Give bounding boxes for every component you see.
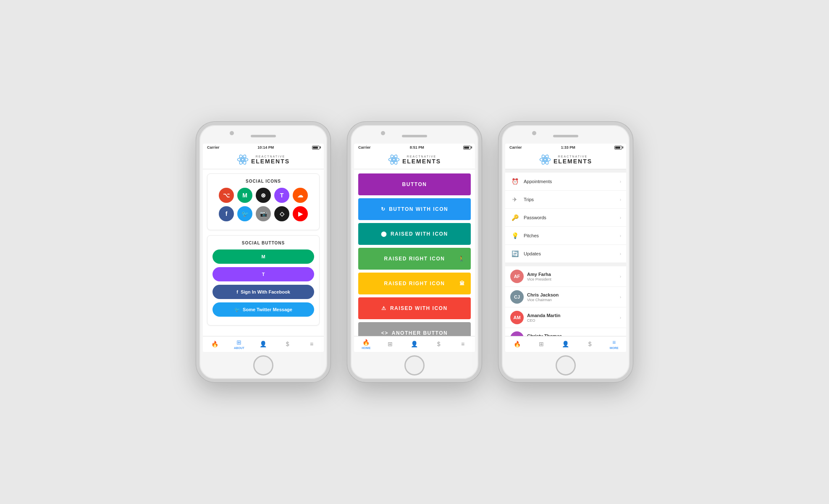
tab-about-1[interactable]: ⊞ ABOUT [227,339,252,349]
svg-point-4 [393,158,395,161]
tab-fire-icon-2: 🔥 [362,339,370,346]
codepen-icon[interactable]: ◇ [274,206,289,221]
tab-profile-3[interactable]: 👤 [554,341,578,348]
tab-more-label-3: MORE [610,346,619,349]
instagram-icon[interactable]: 📷 [256,206,271,221]
home-button-2[interactable] [404,355,425,375]
camera [230,131,234,135]
screen-content-1: SOCIAL ICONS ⌥ M ⊛ T ☁ f 🐦 📷 ◇ [203,169,324,336]
button-with-icon[interactable]: ↻ BUTTON WITH ICON [358,198,471,220]
tab-about-icon-2: ⊞ [388,341,393,347]
logo-svg-1 [237,154,249,165]
logo-top-2: REACTNATIVE [407,155,437,158]
menu-item-passwords[interactable]: 🔑 Passwords › [505,209,626,227]
home-button-1[interactable] [253,355,273,375]
app-header-2: REACTNATIVE ELEMENTS [354,151,475,169]
menu-item-appointments[interactable]: ⏰ Appointments › [505,173,626,191]
facebook-icon[interactable]: f [219,206,234,221]
raised-right-icon-2-symbol: 🏛 [459,281,465,286]
tab-money-1[interactable]: $ [275,341,300,348]
tab-home-2[interactable]: 🔥 HOME [354,339,378,349]
tab-more-1[interactable]: ≡ [299,341,324,348]
github-icon[interactable]: ⊛ [256,188,271,203]
tab-profile-1[interactable]: 👤 [251,341,275,348]
tab-more-3[interactable]: ≡ MORE [602,339,626,349]
logo-svg-3 [539,154,551,165]
svg-point-0 [241,158,244,161]
youtube-icon[interactable]: ▶ [293,206,308,221]
tab-home-1[interactable]: 🔥 [203,341,227,348]
contact-chris-chevron: › [620,295,621,299]
contacts-section-header [505,263,626,266]
avatar-amanda: AM [510,311,524,324]
carrier-1: Carrier [207,145,220,150]
raised-with-icon-2[interactable]: ⚠ RAISED WITH ICON [358,297,471,319]
menu-item-trips[interactable]: ✈ Trips › [505,191,626,209]
contact-amanda-chevron: › [620,315,621,320]
twitch-button[interactable]: T [212,267,314,281]
raised-with-icon[interactable]: ⬤ RAISED WITH ICON [358,223,471,245]
soundcloud-icon[interactable]: ☁ [293,188,308,203]
home-button-3[interactable] [556,355,576,375]
tab-money-3[interactable]: $ [578,341,602,348]
twitter-icon[interactable]: 🐦 [237,206,252,221]
battery-area-3 [614,146,622,150]
raised-right-icon-2[interactable]: RAISED RIGHT ICON 🏛 [358,273,471,294]
contact-christy[interactable]: CT Christy Thomas Lead Developer › [505,328,626,336]
status-bar-3: Carrier 1:33 PM [505,144,626,151]
avatar-chris: CJ [510,290,524,304]
social-icons-card: SOCIAL ICONS ⌥ M ⊛ T ☁ f 🐦 📷 ◇ [207,173,320,230]
logo-3: REACTNATIVE ELEMENTS [539,154,592,165]
contact-amanda[interactable]: AM Amanda Martin CEO › [505,307,626,328]
tab-more-2[interactable]: ≡ [451,341,475,348]
appointments-label: Appointments [524,179,620,184]
contact-name-amy: Amy Farha [527,272,620,277]
menu-item-pitches[interactable]: 💡 Pitches › [505,227,626,245]
icons-row-1: ⌥ M ⊛ T ☁ [212,188,314,203]
avatar-amy: AF [510,270,524,283]
avatar-christy: CT [510,331,524,336]
time-3: 1:33 PM [561,145,575,150]
twitch-btn-icon: T [262,272,265,277]
tab-more-icon-1: ≡ [310,341,313,347]
another-button[interactable]: <> ANOTHER BUTTON [358,322,471,336]
facebook-btn-icon: f [236,289,238,294]
button-with-icon-symbol: ↻ [381,206,386,212]
medium-button[interactable]: M [212,249,314,264]
phone-2-top [351,125,478,144]
camera-3 [532,131,536,135]
updates-chevron: › [620,252,621,256]
logo-2: REACTNATIVE ELEMENTS [388,154,441,165]
tab-bar-3: 🔥 ⊞ 👤 $ ≡ MORE [505,336,626,352]
medium-icon[interactable]: M [237,188,252,203]
tab-home-label-2: HOME [362,346,370,349]
twitter-button[interactable]: 🐦 Some Twitter Message [212,302,314,317]
tab-profile-icon-1: 👤 [260,341,267,347]
carrier-3: Carrier [509,145,522,150]
trips-chevron: › [620,197,621,202]
contact-info-amanda: Amanda Martin CEO [527,313,620,323]
twitch-icon[interactable]: T [274,188,289,203]
contact-role-amy: Vice President [527,277,620,281]
time-1: 10:14 PM [257,145,274,150]
facebook-signin-button[interactable]: f Sign In With Facebook [212,285,314,299]
tab-about-2[interactable]: ⊞ [378,341,403,348]
tab-money-2[interactable]: $ [427,341,451,348]
raised-right-icon-1[interactable]: RAISED RIGHT ICON 🚶 [358,248,471,270]
appointments-icon: ⏰ [510,177,519,186]
contact-amy-chevron: › [620,274,621,279]
raised-right-icon-1-symbol: 🚶 [458,256,465,262]
logo-bottom-1: ELEMENTS [251,158,290,165]
tab-about-3[interactable]: ⊞ [530,341,554,348]
menu-section-header [505,169,626,173]
tab-fire-icon-3: 🔥 [514,341,521,347]
tab-profile-2[interactable]: 👤 [402,341,427,348]
logo-top-1: REACTNATIVE [256,155,286,158]
logo-bottom-3: ELEMENTS [554,158,592,165]
contact-chris[interactable]: CJ Chris Jackson Vice Chairman › [505,287,626,307]
button-plain[interactable]: BUTTON [358,173,471,195]
tab-home-3[interactable]: 🔥 [505,341,530,348]
gitlab-icon[interactable]: ⌥ [219,188,234,203]
menu-item-updates[interactable]: 🔄 Updates › [505,245,626,263]
contact-amy[interactable]: AF Amy Farha Vice President › [505,266,626,287]
